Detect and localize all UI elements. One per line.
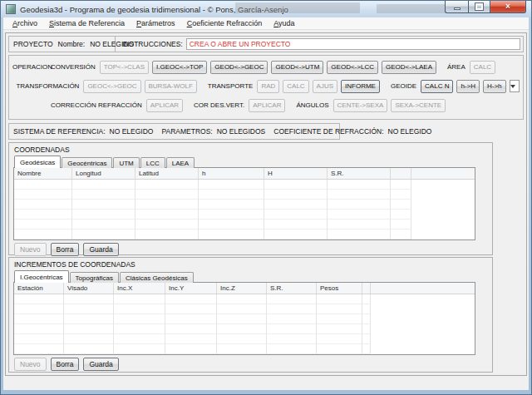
geod-geoc-button[interactable]: GEOD<->GEOC [210, 61, 268, 74]
incrementos-guarda-button[interactable]: Guarda [83, 358, 118, 371]
column-header[interactable]: Latitud [135, 168, 199, 179]
coordenadas-nuevo-button[interactable]: Nuevo [14, 243, 47, 256]
menu-item-ayuda[interactable]: Ayuda [268, 19, 300, 27]
ajus-button[interactable]: AJUS [313, 80, 337, 93]
table-cell[interactable] [362, 314, 371, 324]
column-header[interactable]: Pesos [317, 283, 362, 294]
table-cell[interactable] [317, 314, 362, 324]
table-cell[interactable] [267, 314, 317, 324]
table-cell[interactable] [267, 334, 317, 344]
column-header[interactable]: Longitud [72, 168, 135, 179]
table-cell[interactable] [328, 210, 391, 220]
table-cell[interactable] [264, 200, 328, 210]
table-cell[interactable] [64, 324, 114, 334]
table-cell[interactable] [328, 230, 391, 239]
table-cell[interactable] [135, 180, 199, 190]
table-row[interactable] [14, 190, 475, 200]
table-cell[interactable] [328, 190, 391, 200]
column-header[interactable]: H [264, 168, 328, 179]
table-cell[interactable] [362, 334, 371, 344]
table-cell[interactable] [217, 324, 267, 334]
table-row[interactable] [14, 210, 475, 220]
table-cell[interactable] [317, 294, 362, 304]
table-cell[interactable] [114, 304, 165, 314]
geod-laea-button[interactable]: GEOD<->LAEA [382, 61, 436, 74]
menu-item-coeficiente-refraccion[interactable]: Coeficiente Refracción [181, 19, 268, 27]
table-cell[interactable] [391, 210, 411, 220]
table-cell[interactable] [64, 344, 114, 354]
rad-button[interactable]: RAD [257, 80, 279, 93]
column-header[interactable]: Nombre [14, 168, 72, 179]
table-cell[interactable] [114, 324, 165, 334]
tab-utm[interactable]: UTM [113, 157, 139, 168]
cente-sexa-button[interactable]: CENTE->SEXA [333, 99, 388, 112]
table-cell[interactable] [391, 190, 411, 200]
menu-item-archivo[interactable]: Archivo [7, 19, 43, 27]
table-cell[interactable] [264, 230, 328, 239]
table-cell[interactable] [135, 230, 199, 239]
table-cell[interactable] [267, 294, 317, 304]
maximize-button[interactable] [468, 1, 490, 13]
geod-utm-button[interactable]: GEOD<->UTM [271, 61, 323, 74]
table-cell[interactable] [14, 180, 72, 190]
table-cell[interactable] [317, 324, 362, 334]
column-header[interactable]: Inc.Z [217, 283, 267, 294]
incrementos-borra-button[interactable]: Borra [51, 358, 80, 371]
table-cell[interactable] [135, 200, 199, 210]
menu-item-parametros[interactable]: Parámetros [131, 19, 181, 27]
table-cell[interactable] [14, 200, 72, 210]
close-button[interactable]: × [490, 1, 526, 13]
table-cell[interactable] [64, 294, 114, 304]
geod-lcc-button[interactable]: GEOD<->LCC [327, 61, 378, 74]
bursa-wolf-button[interactable]: BURSA-WOLF [145, 80, 197, 93]
table-row[interactable] [14, 180, 475, 190]
table-row[interactable] [14, 220, 475, 230]
table-cell[interactable] [217, 334, 267, 344]
table-cell[interactable] [264, 190, 328, 200]
table-cell[interactable] [14, 324, 64, 334]
table-cell[interactable] [165, 324, 217, 334]
table-cell[interactable] [217, 314, 267, 324]
table-cell[interactable] [72, 230, 135, 239]
table-cell[interactable] [14, 314, 64, 324]
area-calc-button[interactable]: CALC [470, 61, 495, 74]
column-header[interactable]: Visado [64, 283, 114, 294]
table-cell[interactable] [217, 304, 267, 314]
table-cell[interactable] [14, 294, 64, 304]
titlebar[interactable]: Geodesia3d - Programa de geodesia tridim… [1, 1, 531, 17]
table-row[interactable] [14, 334, 475, 344]
table-cell[interactable] [217, 294, 267, 304]
calc-n-button[interactable]: CALC N [421, 80, 453, 93]
table-cell[interactable] [165, 304, 217, 314]
column-header[interactable]: Inc.X [114, 283, 165, 294]
column-header[interactable]: Estación [14, 283, 64, 294]
table-cell[interactable] [165, 294, 217, 304]
table-cell[interactable] [317, 304, 362, 314]
tab-clasicas-geodesicas[interactable]: Clásicas Geodésicas [120, 272, 194, 283]
table-cell[interactable] [199, 220, 264, 230]
informe-button[interactable]: INFORME [341, 80, 380, 93]
table-row[interactable] [14, 294, 475, 304]
refraccion-aplicar-button[interactable]: APLICAR [146, 99, 183, 112]
table-cell[interactable] [264, 220, 328, 230]
table-cell[interactable] [114, 334, 165, 344]
tab-geocentricas[interactable]: Geocéntricas [62, 157, 112, 168]
igeoc-top-button[interactable]: I.GEOC<->TOP [152, 61, 207, 74]
table-cell[interactable] [267, 304, 317, 314]
table-cell[interactable] [199, 180, 264, 190]
table-row[interactable] [14, 304, 475, 314]
sexa-cente-button[interactable]: SEXA->CENTE [391, 99, 446, 112]
h-to-H-button[interactable]: h->H [456, 80, 480, 93]
table-cell[interactable] [64, 304, 114, 314]
table-cell[interactable] [114, 294, 165, 304]
geoc-geoc-button[interactable]: GEOC<->GEOC [83, 80, 140, 93]
column-header[interactable]: S.R. [328, 168, 391, 179]
table-cell[interactable] [267, 344, 317, 354]
table-row[interactable] [14, 200, 475, 210]
minimize-button[interactable] [445, 1, 468, 13]
table-row[interactable] [14, 344, 475, 354]
table-cell[interactable] [328, 220, 391, 230]
table-cell[interactable] [14, 230, 72, 239]
table-cell[interactable] [72, 210, 135, 220]
table-cell[interactable] [114, 314, 165, 324]
